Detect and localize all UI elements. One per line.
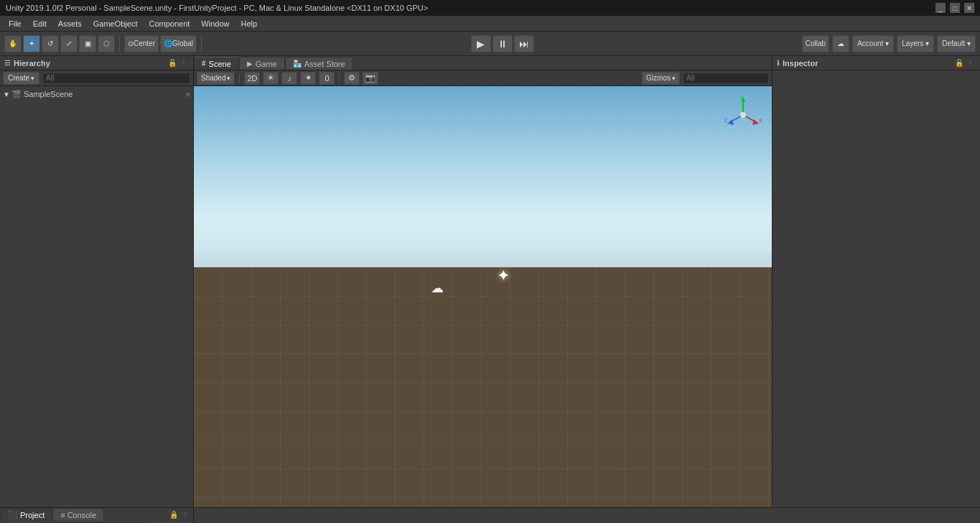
menu-gameobject[interactable]: GameObject (88, 18, 144, 29)
shading-label: Shaded (201, 74, 225, 82)
game-tab-label: Game (256, 60, 277, 68)
scene-toolbar-right: Gizmos (642, 72, 769, 85)
minimize-button[interactable]: _ (935, 3, 946, 13)
hierarchy-arrow: ▼ (3, 91, 11, 98)
layers-label: Layers (902, 40, 923, 47)
project-panel-controls: 🔒 ⋮ (169, 508, 193, 521)
account-label: Account (857, 40, 883, 47)
scene-view[interactable]: ✦ ☁ (194, 86, 772, 507)
cloud-icon: ☁ (431, 280, 444, 296)
rect-tool[interactable]: ▣ (79, 35, 96, 52)
move-tool[interactable]: ✦ (23, 35, 40, 52)
scene-search[interactable] (683, 73, 769, 84)
play-button[interactable]: ▶ (471, 35, 491, 52)
shading-dropdown[interactable]: Shaded (197, 72, 235, 85)
transform-tool[interactable]: ⬡ (98, 35, 115, 52)
inspector-content (773, 70, 980, 507)
hierarchy-item-menu: ≡ (186, 91, 190, 98)
hierarchy-create-btn[interactable]: Create (3, 72, 39, 85)
scene-hidden-btn[interactable]: 0 (319, 72, 335, 85)
title-bar: Unity 2019.1.0f2 Personal - SampleScene.… (0, 0, 980, 16)
account-dropdown[interactable]: Account (852, 35, 894, 52)
hierarchy-scene-item[interactable]: ▼ 🎬 SampleScene ≡ (0, 88, 193, 101)
cloud-button[interactable]: ☁ (832, 35, 849, 52)
layers-dropdown[interactable]: Layers (897, 35, 934, 52)
inspector-icon: ℹ (777, 59, 780, 67)
console-tab-label: Console (67, 511, 96, 519)
menu-file[interactable]: File (3, 18, 27, 29)
pivot-global-btn[interactable]: 🌐 Global (160, 35, 197, 52)
menu-component[interactable]: Component (143, 18, 195, 29)
scene-icon: 🎬 (11, 90, 22, 99)
menu-window[interactable]: Window (195, 18, 235, 29)
scene-toolbar: Shaded 2D ☀ ♪ ⁕ 0 ⚙ 📷 Gizmos (194, 70, 772, 86)
inspector-header: ℹ Inspector 🔓 ⋮ (773, 56, 980, 70)
toolbar: ✋ ✦ ↺ ⤢ ▣ ⬡ ⊙ Center 🌐 Global ▶ ⏸ ⏭ Coll… (0, 32, 980, 56)
compass-gizmo: Y X Z (722, 93, 765, 136)
transform-tools-group: ✋ ✦ ↺ ⤢ ▣ ⬡ (4, 35, 120, 52)
scene-2d-btn[interactable]: 2D (244, 72, 260, 85)
hierarchy-icon: ☰ (4, 59, 11, 67)
pause-button[interactable]: ⏸ (493, 35, 513, 52)
inspector-lock-icon[interactable]: 🔓 (954, 58, 964, 68)
layout-dropdown[interactable]: Default (937, 35, 976, 52)
hand-tool[interactable]: ✋ (4, 35, 22, 52)
grid-overlay (194, 267, 772, 507)
rotate-tool[interactable]: ↺ (42, 35, 59, 52)
project-lock-icon[interactable]: 🔒 (169, 509, 179, 519)
step-button[interactable]: ⏭ (514, 35, 534, 52)
hierarchy-lock: 🔓 ⋮ (167, 58, 189, 68)
pivot-center-icon: ⊙ (128, 40, 134, 47)
scene-canvas: ✦ ☁ (194, 86, 772, 507)
hierarchy-header: ☰ Hierarchy 🔓 ⋮ (0, 56, 193, 70)
hierarchy-menu-icon[interactable]: ⋮ (179, 58, 189, 68)
scene-toolbar-divider-1 (239, 73, 240, 83)
menu-help[interactable]: Help (235, 18, 263, 29)
tab-asset-store[interactable]: 🏪 Asset Store (285, 57, 353, 70)
scene-tab-bar: # Scene ▶ Game 🏪 Asset Store (194, 56, 772, 70)
pivot-group: ⊙ Center 🌐 Global (124, 35, 202, 52)
svg-text:Y: Y (740, 96, 744, 101)
scale-tool[interactable]: ⤢ (60, 35, 78, 52)
scene-settings-btn[interactable]: ⚙ (344, 72, 360, 85)
console-tab-icon: ≡ (60, 511, 65, 519)
layout-label: Default (942, 40, 965, 47)
scene-toolbar-divider-2 (339, 73, 340, 83)
project-menu-icon[interactable]: ⋮ (180, 509, 190, 519)
menu-assets[interactable]: Assets (52, 18, 88, 29)
maximize-button[interactable]: □ (950, 3, 960, 13)
menu-edit[interactable]: Edit (27, 18, 52, 29)
scene-camera-btn[interactable]: 📷 (363, 72, 378, 85)
hierarchy-title: Hierarchy (14, 59, 164, 68)
globe-icon: 🌐 (164, 40, 172, 47)
tab-console[interactable]: ≡ Console (52, 508, 104, 521)
hierarchy-create-label: Create (8, 74, 29, 82)
console-area (194, 508, 980, 523)
hierarchy-lock-icon[interactable]: 🔓 (167, 58, 177, 68)
scene-tab-icon: # (202, 60, 206, 68)
scene-audio-btn[interactable]: ♪ (281, 72, 297, 85)
svg-text:X: X (759, 118, 762, 123)
pivot-center-btn[interactable]: ⊙ Center (124, 35, 159, 52)
svg-text:Z: Z (724, 118, 728, 123)
game-tab-icon: ▶ (247, 60, 253, 68)
scene-effects-btn[interactable]: ⁕ (300, 72, 316, 85)
asset-tab-label: Asset Store (304, 60, 345, 68)
project-content-area: ⬛ Project ≡ Console 🔒 ⋮ Create 💾 (0, 508, 193, 523)
svg-point-6 (740, 112, 746, 118)
collab-button[interactable]: Collab (802, 35, 829, 52)
inspector-menu-icon[interactable]: ⋮ (966, 58, 976, 68)
close-button[interactable]: ✕ (964, 3, 974, 13)
sky-background (194, 86, 772, 276)
tab-scene[interactable]: # Scene (194, 57, 239, 70)
title-bar-text: Unity 2019.1.0f2 Personal - SampleScene.… (6, 4, 428, 12)
tab-game[interactable]: ▶ Game (239, 57, 285, 70)
gizmos-label: Gizmos (646, 74, 671, 82)
hierarchy-search[interactable] (42, 73, 190, 84)
inspector-panel: ℹ Inspector 🔓 ⋮ (772, 56, 980, 507)
toolbar-right: Collab ☁ Account Layers Default (802, 35, 976, 52)
scene-lighting-btn[interactable]: ☀ (263, 72, 279, 85)
gizmos-dropdown[interactable]: Gizmos (642, 72, 680, 85)
tab-project[interactable]: ⬛ Project (0, 508, 52, 521)
inspector-title: Inspector (783, 59, 951, 68)
